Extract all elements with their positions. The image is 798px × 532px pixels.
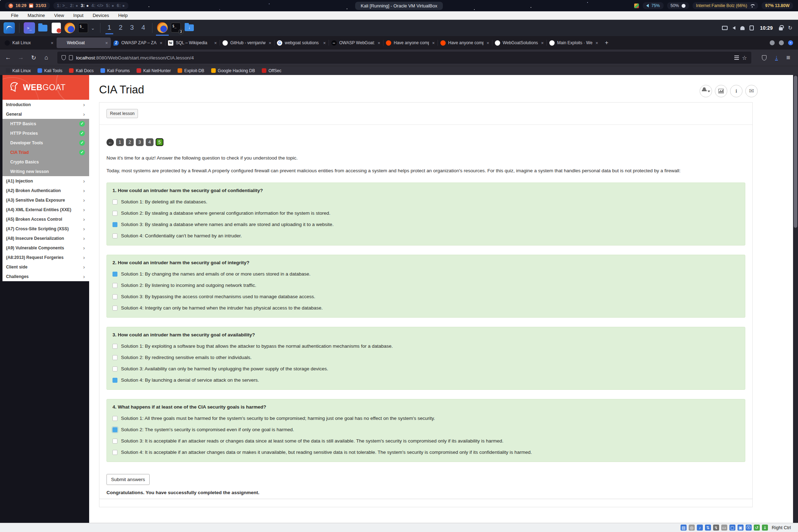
downloads-icon[interactable]: ↓ — [775, 55, 778, 60]
answer-option[interactable]: Solution 1: By exploiting a software bug… — [112, 343, 739, 349]
report-card-button[interactable] — [715, 85, 727, 97]
workspace-button-2[interactable]: 2 — [116, 24, 125, 32]
browser-tab[interactable]: Kali Linux× — [2, 37, 56, 48]
network-icon[interactable]: ⇅ — [705, 525, 711, 531]
workspace-button-3[interactable]: 3 — [127, 24, 137, 32]
sidebar-category-challenges[interactable]: Challenges› — [2, 272, 89, 281]
bookmark-item[interactable]: Kali Tools — [37, 68, 62, 73]
tab-close-icon[interactable]: × — [377, 40, 381, 46]
sidebar-category--a3-sensitive-data-exposure[interactable]: (A3) Sensitive Data Exposure› — [2, 195, 89, 205]
close-window-button[interactable]: × — [788, 40, 793, 45]
terminal-profile-launcher[interactable]: $_ — [77, 22, 89, 34]
tab-close-icon[interactable]: × — [268, 40, 272, 46]
workspace-button-4[interactable]: 4 — [139, 24, 148, 32]
user-menu-button[interactable] — [700, 85, 712, 97]
tab-close-icon[interactable]: × — [323, 40, 326, 46]
answer-checkbox[interactable] — [112, 222, 117, 227]
hamburger-menu-icon[interactable]: ≡ — [786, 54, 790, 62]
workspace-button-1[interactable]: 1 — [105, 24, 114, 32]
pagination-prev-button[interactable]: ← — [106, 139, 114, 146]
answer-option[interactable]: Solution 3: It is acceptable if an attac… — [112, 438, 739, 444]
host-key-icon[interactable]: ⇓ — [762, 525, 768, 531]
kali-menu-button[interactable] — [4, 22, 15, 34]
browser-tab[interactable]: Have anyone comple× — [438, 37, 492, 48]
host-workspace-indicator[interactable]: 1: >_ — [57, 3, 68, 8]
answer-option[interactable]: Solution 1: By changing the names and em… — [112, 271, 739, 277]
new-tab-button[interactable]: + — [601, 39, 612, 46]
downloads-folder-app[interactable]: ↓ — [184, 22, 195, 34]
text-editor-launcher[interactable] — [51, 22, 62, 34]
answer-checkbox[interactable] — [112, 366, 117, 371]
seamless-icon[interactable]: ▣ — [738, 525, 744, 531]
bookmark-star-icon[interactable]: ☆ — [742, 54, 747, 61]
host-workspace-indicator[interactable]: 3: ● — [81, 3, 89, 8]
answer-checkbox[interactable] — [112, 283, 117, 288]
sidebar-lesson-crypto-basics[interactable]: Crypto Basics — [2, 157, 89, 167]
tab-close-icon[interactable]: × — [50, 40, 54, 46]
browser-tab[interactable]: WebGoat× — [57, 37, 111, 48]
sidebar-category-client-side[interactable]: Client side› — [2, 262, 89, 272]
answer-option[interactable]: Solution 1: By deleting all the database… — [112, 199, 739, 204]
menubar-item-devices[interactable]: Devices — [88, 13, 114, 18]
reset-lesson-button[interactable]: Reset lesson — [106, 109, 138, 118]
answer-checkbox[interactable] — [112, 450, 117, 455]
update-icon[interactable]: ↻ — [788, 25, 792, 31]
bookmark-item[interactable]: Kali NetHunter — [137, 68, 171, 73]
reload-button[interactable]: ↻ — [30, 54, 37, 62]
mouse-integration-icon[interactable]: ↺ — [754, 525, 760, 531]
tab-close-icon[interactable]: × — [486, 40, 490, 46]
tab-close-icon[interactable]: × — [595, 40, 598, 46]
sidebar-category--a8-2013-request-forgeries[interactable]: (A8:2013) Request Forgeries› — [2, 253, 89, 262]
terminal-launcher[interactable]: >_ — [24, 22, 35, 34]
extension-shield-icon[interactable] — [762, 55, 767, 60]
sidebar-category--a7-cross-site-scripting-xss-[interactable]: (A7) Cross-Site Scripting (XSS)› — [2, 224, 89, 233]
bookmark-item[interactable]: Kali Docs — [69, 68, 94, 73]
answer-option[interactable]: Solution 4: Confidentiality can't be har… — [112, 233, 739, 238]
tracking-protection-shield-icon[interactable] — [62, 55, 66, 60]
host-workspace-indicator[interactable]: 6: ● — [117, 3, 125, 8]
firefox-running-app[interactable] — [157, 22, 168, 34]
pagination-page-1[interactable]: 1 — [116, 138, 124, 146]
contact-button[interactable]: ✉ — [745, 85, 758, 97]
pagination-page-5[interactable]: 5 — [156, 138, 163, 146]
bookmark-item[interactable]: OffSec — [262, 68, 281, 73]
minimize-button[interactable] — [770, 40, 775, 45]
launcher-dropdown-chevron-icon[interactable]: ⌄ — [91, 25, 96, 31]
answer-checkbox[interactable] — [112, 306, 117, 311]
answer-checkbox[interactable] — [112, 200, 117, 204]
sidebar-category--a1-injection[interactable]: (A1) Injection› — [2, 176, 89, 186]
terminal-running-app[interactable]: $_ 3 — [170, 22, 181, 34]
answer-option[interactable]: Solution 3: By bypassing the access cont… — [112, 294, 739, 299]
forward-button[interactable]: → — [17, 54, 25, 61]
sidebar-category--a4-xml-external-entities-xxe-[interactable]: (A4) XML External Entities (XXE)› — [2, 205, 89, 214]
display-tray-icon[interactable] — [722, 26, 728, 30]
tab-close-icon[interactable]: × — [214, 40, 217, 46]
answer-option[interactable]: Solution 4: It is acceptable if an attac… — [112, 450, 739, 455]
browser-tab[interactable]: ••OWASP WebGoat: G× — [329, 37, 383, 48]
answer-option[interactable]: Solution 2: The system's security is com… — [112, 427, 739, 432]
site-info-icon[interactable] — [69, 55, 73, 60]
firefox-launcher[interactable] — [64, 22, 75, 34]
sidebar-category--a9-vulnerable-components[interactable]: (A9) Vulnerable Components› — [2, 243, 89, 253]
browser-tab[interactable]: Main Exploits · WebG× — [547, 37, 601, 48]
browser-tab[interactable]: ZOWASP ZAP – ZAP i× — [111, 37, 165, 48]
url-bar[interactable]: localhost:8080/WebGoat/start.mvc#lesson/… — [57, 52, 751, 64]
page-scrollbar[interactable] — [793, 75, 798, 523]
host-workspace-switcher[interactable]: 1: >_2: ●3: ●4: </>5: ●6: ● — [53, 2, 129, 9]
sidebar-lesson-cia-triad[interactable]: CIA Triad✓ — [2, 148, 89, 157]
display-icon[interactable]: ▢ — [729, 525, 735, 531]
sidebar-lesson-http-proxies[interactable]: HTTP Proxies✓ — [2, 128, 89, 138]
answer-checkbox[interactable] — [112, 439, 117, 444]
sidebar-category--a8-insecure-deserialization[interactable]: (A8) Insecure Deserialization› — [2, 233, 89, 243]
volume-indicator[interactable]: 75% — [643, 2, 663, 9]
file-manager-launcher[interactable] — [37, 22, 48, 34]
taskbar-clock[interactable]: 10:29 — [760, 25, 773, 31]
answer-checkbox[interactable] — [112, 427, 117, 432]
url-text[interactable]: localhost:8080/WebGoat/start.mvc#lesson/… — [76, 55, 731, 60]
sidebar-category--a5-broken-access-control[interactable]: (A5) Broken Access Control› — [2, 214, 89, 224]
audio-icon[interactable]: ♪ — [697, 525, 703, 531]
sidebar-category-general[interactable]: General› — [2, 109, 89, 119]
shared-folders-icon[interactable]: ▭ — [721, 525, 727, 531]
answer-option[interactable]: Solution 3: By stealing a database where… — [112, 222, 739, 227]
volume-tray-icon[interactable] — [733, 26, 735, 30]
